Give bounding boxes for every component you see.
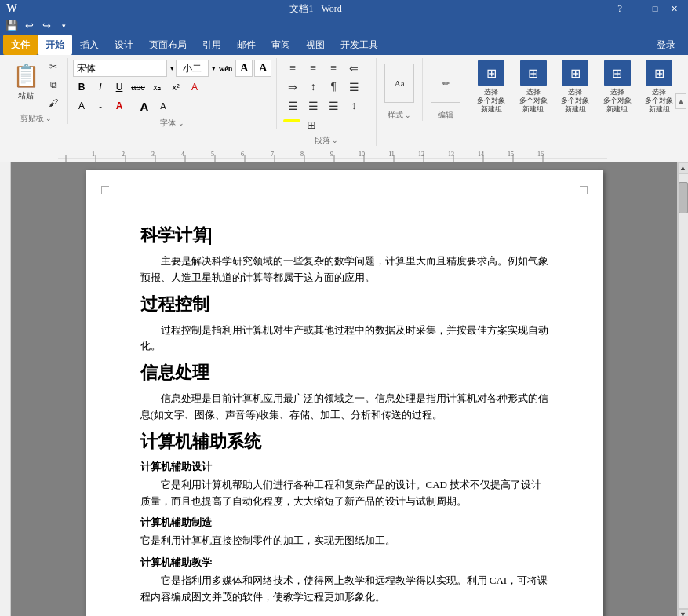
shading-button[interactable] <box>283 119 300 122</box>
font-increase-button[interactable]: A <box>235 60 253 77</box>
scroll-down-button[interactable]: ▼ <box>678 609 689 616</box>
font-shrink-button[interactable]: A <box>155 97 172 115</box>
heading-kejixuansuan-text: 科学计算 <box>140 225 209 245</box>
body-guochengkongzhi[interactable]: 过程控制是指利用计算机对生产或其他过程中的数据及时采集，并按最佳方案实现自动化。 <box>140 323 548 355</box>
select-multi5-button[interactable]: ⊞ 选择多个对象新建组 <box>639 58 679 115</box>
superscript-button[interactable]: x² <box>167 78 184 96</box>
multilevel-button[interactable]: ≡ <box>324 60 343 77</box>
ribbon-collapse-button[interactable]: ▲ <box>675 93 686 109</box>
scroll-track[interactable] <box>678 173 689 609</box>
heading-cam[interactable]: 计算机辅助制造 <box>140 516 548 530</box>
justify-button[interactable]: ☰ <box>324 97 343 115</box>
align-center-button[interactable]: ☰ <box>283 97 302 115</box>
font-name-dropdown[interactable]: ▾ <box>170 64 174 72</box>
page-area[interactable]: 科学计算 主要是解决科学研究领域的一些复杂的数学问题，计算里大而且精度要求高。例… <box>11 162 677 616</box>
select-multi5-icon: ⊞ <box>646 60 672 86</box>
app-title: 文档1 - Word <box>17 2 614 16</box>
bold-button[interactable]: B <box>73 78 90 96</box>
undo-icon[interactable]: ↩ <box>22 19 36 33</box>
font-decrease-button[interactable]: A <box>254 60 271 77</box>
select-multi2-button[interactable]: ⊞ 选择多个对象新建组 <box>514 58 553 115</box>
underline-button[interactable]: U <box>111 78 128 96</box>
menu-view[interactable]: 视图 <box>298 35 333 55</box>
menu-insert[interactable]: 插入 <box>72 35 107 55</box>
increase-indent-button[interactable]: ⇒ <box>283 78 302 96</box>
scroll-up-button[interactable]: ▲ <box>678 162 689 173</box>
menu-file[interactable]: 文件 <box>3 35 38 55</box>
strikethrough-button[interactable]: abc <box>129 78 147 96</box>
text-highlight-button[interactable]: - <box>92 97 109 115</box>
login-button[interactable]: 登录 <box>647 35 685 55</box>
body-cai[interactable]: 它是指利用多媒体和网络技术，使得网上教学和远程教学得以实现。利用 CAI，可将课… <box>140 573 548 606</box>
font-size-selector[interactable]: 小二 <box>176 60 209 77</box>
format-painter-button[interactable]: 🖌 <box>44 94 63 111</box>
svg-text:8: 8 <box>300 151 304 158</box>
body-cam[interactable]: 它是利用计算机直接控制零件的加工，实现无图纸加工。 <box>140 533 548 549</box>
font-size-dropdown[interactable]: ▾ <box>212 64 216 72</box>
heading-cai[interactable]: 计算机辅助教学 <box>140 556 548 570</box>
bullets-button[interactable]: ≡ <box>283 60 302 77</box>
scroll-thumb[interactable] <box>679 182 688 213</box>
paste-button[interactable]: 📋 粘贴 <box>9 58 42 105</box>
heading-kejixuansuan[interactable]: 科学计算 <box>140 224 548 247</box>
redo-icon[interactable]: ↪ <box>39 19 53 33</box>
show-marks-button[interactable]: ¶ <box>324 78 343 96</box>
select-multi3-button[interactable]: ⊞ 选择多个对象新建组 <box>555 58 595 115</box>
body-xinxichuli[interactable]: 信息处理是目前计算机应用最广泛的领域之一。信息处理是指用计算机对各种形式的信息(… <box>140 391 548 424</box>
quick-access-toolbar: 💾 ↩ ↪ ▾ <box>0 17 688 35</box>
numbering-button[interactable]: ≡ <box>304 60 322 77</box>
clear-format-button[interactable]: A <box>186 78 203 96</box>
select-multi4-button[interactable]: ⊞ 选择多个对象新建组 <box>598 58 637 115</box>
copy-button[interactable]: ⧉ <box>44 76 63 93</box>
line-spacing-button[interactable]: ↕ <box>344 97 363 115</box>
menu-review[interactable]: 审阅 <box>264 35 298 55</box>
para-group: ≡ ≡ ≡ ⇐ ⇒ ↕ ¶ ☰ ☰ ☰ ☰ ↕ ⊞ 段落 ⌄ <box>277 58 377 146</box>
sort-button[interactable]: ↕ <box>304 78 322 96</box>
subscript-button[interactable]: x₂ <box>148 78 166 96</box>
para-buttons: ≡ ≡ ≡ ⇐ ⇒ ↕ ¶ ☰ ☰ ☰ ☰ ↕ ⊞ <box>283 60 369 133</box>
align-right-button[interactable]: ☰ <box>304 97 322 115</box>
select-multi3-label: 选择多个对象新建组 <box>561 88 589 113</box>
body-cad[interactable]: 它是利用计算机帮助人们进行各种工程和复杂产品的设计。CAD 技术不仅提高了设计质… <box>140 477 548 510</box>
body-kejixuansuan[interactable]: 主要是解决科学研究领域的一些复杂的数学问题，计算里大而且精度要求高。例如气象预报… <box>140 253 548 286</box>
help-icon[interactable]: ? <box>614 2 625 15</box>
menu-home[interactable]: 开始 <box>38 35 72 55</box>
styles-label: 样式 ⌄ <box>388 108 412 121</box>
styles-button[interactable]: Aa <box>383 60 416 107</box>
main-area: 科学计算 主要是解决科学研究领域的一些复杂的数学问题，计算里大而且精度要求高。例… <box>0 162 688 616</box>
title-left: W <box>6 2 17 15</box>
heading-xinxichuli-text: 信息处理 <box>140 363 209 382</box>
border-button[interactable]: ⊞ <box>302 116 321 133</box>
close-button[interactable]: ✕ <box>666 2 682 15</box>
text-effects-button[interactable]: A <box>73 97 90 115</box>
edit-preview: ✏ <box>431 64 460 103</box>
font-color-button[interactable]: A <box>111 97 128 115</box>
menu-layout[interactable]: 页面布局 <box>141 35 195 55</box>
heading-xinxichuli[interactable]: 信息处理 <box>140 361 548 385</box>
edit-group: ✏ 编辑 <box>423 58 468 121</box>
heading-cad[interactable]: 计算机辅助设计 <box>140 460 548 474</box>
minimize-button[interactable]: ─ <box>628 2 644 15</box>
menu-design[interactable]: 设计 <box>107 35 141 55</box>
save-icon[interactable]: 💾 <box>5 19 19 33</box>
heading-jisuanjiufuzhu[interactable]: 计算机辅助系统 <box>140 430 548 454</box>
select-multi3-icon: ⊞ <box>562 60 588 86</box>
cut-button[interactable]: ✂ <box>44 58 63 75</box>
edit-button[interactable]: ✏ <box>429 60 462 107</box>
select-multi1-button[interactable]: ⊞ 选择多个对象新建组 <box>471 58 511 115</box>
restore-button[interactable]: □ <box>647 2 663 15</box>
document-page[interactable]: 科学计算 主要是解决科学研究领域的一些复杂的数学问题，计算里大而且精度要求高。例… <box>86 170 603 616</box>
menu-mail[interactable]: 邮件 <box>229 35 264 55</box>
font-name-selector[interactable]: 宋体 <box>73 60 167 77</box>
svg-text:2: 2 <box>122 151 125 158</box>
ruler-marks: 1 2 3 4 5 6 7 8 9 10 11 12 13 1 <box>58 148 607 162</box>
heading-guochengkongzhi[interactable]: 过程控制 <box>140 293 548 316</box>
menu-references[interactable]: 引用 <box>195 35 229 55</box>
vertical-scrollbar[interactable]: ▲ ▼ <box>677 162 688 616</box>
more-icon[interactable]: ▾ <box>56 19 71 33</box>
decrease-indent-button[interactable]: ⇐ <box>344 60 363 77</box>
font-grow-button[interactable]: A <box>136 97 153 115</box>
menu-developer[interactable]: 开发工具 <box>333 35 386 55</box>
align-left-button[interactable]: ☰ <box>344 78 363 96</box>
italic-button[interactable]: I <box>92 78 109 96</box>
